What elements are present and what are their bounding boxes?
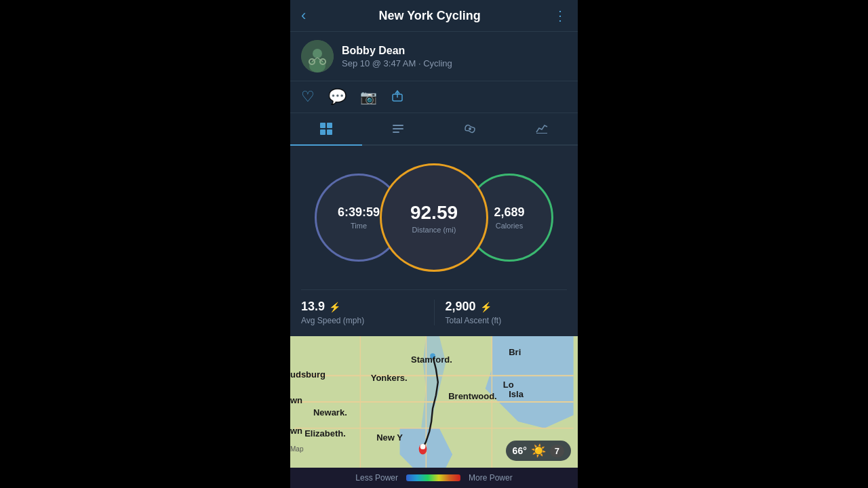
city-wn2: wn	[290, 426, 302, 436]
distance-value: 92.59	[410, 202, 458, 224]
user-name: Bobby Dean	[342, 45, 452, 57]
total-ascent-value: 2,900	[446, 300, 476, 314]
tab-overview[interactable]	[290, 113, 362, 144]
city-stamford: Stamford.	[411, 354, 452, 365]
svg-rect-15	[393, 131, 399, 133]
user-meta: Sep 10 @ 3:47 AM · Cycling	[342, 58, 452, 68]
svg-rect-17	[536, 133, 547, 134]
svg-point-16	[469, 127, 471, 130]
power-legend: Less Power More Power	[290, 468, 578, 488]
avg-speed-icon: ⚡	[329, 302, 340, 312]
tab-charts[interactable]	[506, 113, 578, 144]
circles-container: 6:39:59 Time 92.59 Distance (mi) 2,689 C…	[301, 157, 567, 279]
power-less-label: Less Power	[355, 473, 398, 483]
calories-label: Calories	[496, 222, 523, 230]
user-row: Bobby Dean Sep 10 @ 3:47 AM · Cycling	[290, 32, 578, 81]
power-gradient	[406, 474, 460, 481]
city-yonkers: Yonkers.	[371, 373, 408, 383]
weather-temp: 66°	[513, 445, 527, 456]
city-wn1: wn	[290, 395, 302, 405]
power-more-label: More Power	[469, 473, 513, 483]
weather-count: 7	[550, 445, 564, 458]
tab-details[interactable]	[362, 113, 434, 144]
page-title: New York Cycling	[378, 9, 480, 23]
svg-rect-10	[327, 123, 332, 128]
header: ‹ New York Cycling ⋮	[290, 0, 578, 32]
distance-circle: 92.59 Distance (mi)	[380, 163, 488, 272]
back-button[interactable]: ‹	[301, 7, 306, 24]
phone-container: ‹ New York Cycling ⋮ Bobby Dean	[290, 0, 578, 488]
map-background: Stamford. Yonkers. Newark. Elizabeth. Br…	[290, 336, 578, 468]
city-brentwood: Brentwood.	[448, 391, 497, 401]
user-info: Bobby Dean Sep 10 @ 3:47 AM · Cycling	[342, 45, 452, 68]
weather-badge: 66° ☀️ 7	[506, 441, 571, 461]
city-udsburg: udsburg	[290, 369, 326, 380]
avatar-image	[301, 40, 334, 73]
more-button[interactable]: ⋮	[553, 7, 567, 24]
total-ascent-icon: ⚡	[480, 302, 492, 312]
tabs-row	[290, 113, 578, 146]
comment-button[interactable]: 💬	[328, 88, 347, 106]
avg-speed-value: 13.9	[301, 300, 325, 314]
city-newyork: New Y	[376, 432, 403, 443]
share-button[interactable]	[391, 89, 404, 106]
distance-label: Distance (mi)	[412, 226, 456, 234]
camera-button[interactable]: 📷	[360, 89, 377, 105]
calories-value: 2,689	[494, 205, 524, 220]
bottom-stats: 13.9 ⚡ Avg Speed (mph) 2,900 ⚡ Total Asc…	[301, 289, 567, 325]
time-label: Time	[351, 222, 367, 230]
tab-segments[interactable]	[434, 113, 506, 144]
svg-rect-11	[320, 129, 326, 135]
svg-point-27	[420, 444, 426, 449]
total-ascent-label: Total Ascent (ft)	[446, 316, 568, 325]
time-value: 6:39:59	[338, 205, 380, 220]
svg-rect-9	[320, 123, 326, 128]
like-button[interactable]: ♡	[301, 88, 315, 106]
stats-section: 6:39:59 Time 92.59 Distance (mi) 2,689 C…	[290, 146, 578, 336]
city-newark: Newark.	[313, 407, 347, 418]
svg-point-1	[313, 49, 322, 58]
avg-speed-label: Avg Speed (mph)	[301, 316, 423, 325]
city-bri: Bri	[509, 347, 521, 357]
weather-sun-icon: ☀️	[531, 443, 546, 458]
avatar	[301, 40, 334, 73]
svg-rect-12	[327, 129, 332, 135]
svg-rect-13	[393, 125, 403, 126]
map-attribution: Map	[290, 445, 303, 453]
city-isla: Isla	[509, 389, 524, 399]
action-row: ♡ 💬 📷	[290, 81, 578, 113]
total-ascent-stat: 2,900 ⚡ Total Ascent (ft)	[435, 300, 568, 325]
city-elizabeth: Elizabeth.	[304, 428, 346, 439]
svg-rect-14	[393, 128, 403, 129]
avg-speed-stat: 13.9 ⚡ Avg Speed (mph)	[301, 300, 435, 325]
svg-point-2	[309, 59, 326, 73]
map-section[interactable]: Stamford. Yonkers. Newark. Elizabeth. Br…	[290, 336, 578, 468]
